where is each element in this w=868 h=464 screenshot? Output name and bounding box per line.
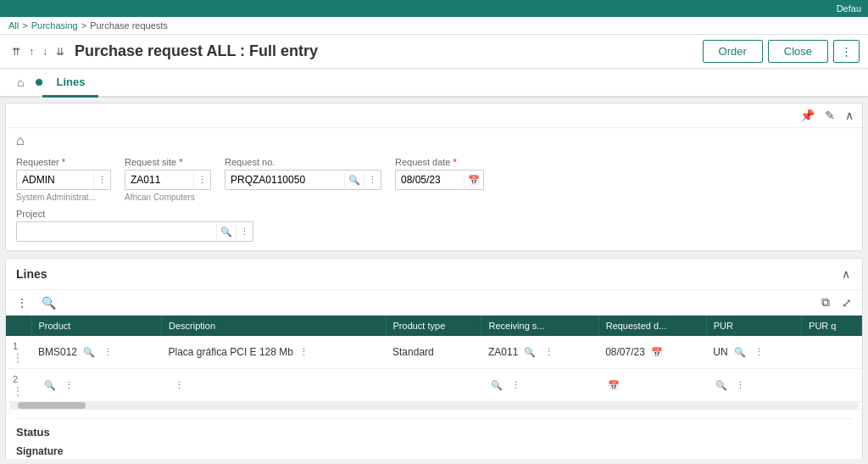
pin-icon[interactable]: 📌 <box>798 107 816 124</box>
project-label: Project <box>16 209 852 219</box>
nav-next-btn[interactable]: ↓ <box>39 44 51 59</box>
breadcrumb-all[interactable]: All <box>8 20 19 31</box>
breadcrumb-sep1: > <box>22 20 27 31</box>
row-1-product-more[interactable]: ⋮ <box>101 346 115 359</box>
row-2-site-search[interactable]: 🔍 <box>488 379 505 392</box>
requester-label: Requester * <box>16 157 111 167</box>
row-2-product-type <box>386 369 481 402</box>
horizontal-scrollbar[interactable] <box>9 402 859 409</box>
card-toolbar: 📌 ✎ ∧ <box>6 103 862 128</box>
row-2-product: 🔍 ⋮ <box>31 369 162 402</box>
request-no-label: Request no. <box>225 157 381 167</box>
breadcrumb-purchasing[interactable]: Purchasing <box>31 20 78 31</box>
row-2-date-cal[interactable]: 📅 <box>605 379 622 392</box>
page-title: Purchase request ALL : Full entry <box>75 42 318 60</box>
row-2-product-more[interactable]: ⋮ <box>62 379 76 392</box>
col-receiving-site: Receiving s... <box>481 316 598 336</box>
request-no-more-btn[interactable]: ⋮ <box>364 172 381 188</box>
more-button[interactable]: ⋮ <box>833 40 860 63</box>
row-1-dots[interactable]: ⋮ <box>13 352 23 364</box>
request-no-input-wrap: 🔍 ⋮ <box>225 170 381 190</box>
form-body: Requester * ⋮ System Administrat... Requ… <box>6 148 862 250</box>
row-1-pur-qty <box>802 336 862 369</box>
page-header: ⇈ ↑ ↓ ⇊ Purchase request ALL : Full entr… <box>0 35 868 69</box>
request-no-field: Request no. 🔍 ⋮ <box>225 157 381 190</box>
tab-bar: ⌂ Lines <box>0 69 868 98</box>
breadcrumb-current: Purchase requests <box>90 20 168 31</box>
lines-toolbar-right: ⧉ ⤢ <box>818 293 855 311</box>
collapse-icon[interactable]: ∧ <box>843 107 855 124</box>
row-1-pur-search[interactable]: 🔍 <box>732 346 748 359</box>
project-input-wrap: 🔍 ⋮ <box>16 221 253 242</box>
close-button[interactable]: Close <box>768 40 828 63</box>
lines-expand-btn[interactable]: ⤢ <box>838 293 855 311</box>
requester-field: Requester * ⋮ System Administrat... <box>16 157 111 202</box>
request-date-calendar-btn[interactable]: 📅 <box>464 172 483 188</box>
request-site-input[interactable] <box>125 171 193 189</box>
row-1-site-search[interactable]: 🔍 <box>521 346 538 359</box>
lines-layers-btn[interactable]: ⧉ <box>818 293 833 311</box>
col-pur: PUR <box>706 316 801 336</box>
row-1-date-cal[interactable]: 📅 <box>648 346 665 359</box>
row-2-receiving-site: 🔍 ⋮ <box>481 369 598 402</box>
row-2-dots[interactable]: ⋮ <box>13 385 23 397</box>
row-1-product-search[interactable]: 🔍 <box>81 346 97 359</box>
edit-icon[interactable]: ✎ <box>823 107 837 124</box>
request-date-label: Request date * <box>395 157 484 167</box>
row-1-product: BMS012 🔍 ⋮ <box>31 336 162 369</box>
row-2-site-more[interactable]: ⋮ <box>509 379 523 392</box>
row-2-pur: 🔍 ⋮ <box>706 369 801 402</box>
row-1-num: 1 ⋮ <box>6 336 31 369</box>
row-2-pur-search[interactable]: 🔍 <box>713 379 730 392</box>
nav-arrows: ⇈ ↑ ↓ ⇊ <box>8 44 68 59</box>
status-title: Status <box>16 418 852 439</box>
project-more-btn[interactable]: ⋮ <box>236 224 253 240</box>
requester-input[interactable] <box>17 171 93 189</box>
col-product: Product <box>31 316 162 336</box>
col-check <box>6 316 31 336</box>
lines-dots-btn[interactable]: ⋮ <box>13 294 31 311</box>
top-bar: Defau <box>0 0 868 17</box>
requester-input-wrap: ⋮ <box>16 170 111 190</box>
row-1-requested-date: 08/07/23 📅 <box>598 336 706 369</box>
lines-collapse-icon[interactable]: ∧ <box>840 266 852 282</box>
row-2-pur-more[interactable]: ⋮ <box>733 379 748 392</box>
order-button[interactable]: Order <box>703 40 763 63</box>
nav-prev-btn[interactable]: ↑ <box>25 44 37 59</box>
form-row-1: Requester * ⋮ System Administrat... Requ… <box>16 157 852 202</box>
scrollbar-thumb <box>18 402 86 409</box>
row-1-pur-more[interactable]: ⋮ <box>752 346 766 359</box>
row-2-desc-more[interactable]: ⋮ <box>172 379 186 392</box>
request-site-subtext: African Computers <box>125 193 211 202</box>
header-buttons: Order Close ⋮ <box>703 40 860 63</box>
nav-first-btn[interactable]: ⇈ <box>8 44 24 59</box>
breadcrumb-sep2: > <box>81 20 86 31</box>
project-field: Project 🔍 ⋮ <box>16 209 852 242</box>
request-no-search-btn[interactable]: 🔍 <box>344 172 364 188</box>
project-input[interactable] <box>17 222 216 241</box>
tab-home-icon[interactable]: ⌂ <box>8 69 32 96</box>
row-1-desc-more[interactable]: ⋮ <box>297 346 311 359</box>
request-no-input[interactable] <box>225 171 344 189</box>
request-site-more-btn[interactable]: ⋮ <box>193 172 210 188</box>
lines-toolbar: ⋮ 🔍 ⧉ ⤢ <box>6 290 862 316</box>
row-1-site-more[interactable]: ⋮ <box>542 346 556 359</box>
request-site-input-wrap: ⋮ <box>125 170 211 190</box>
tab-lines[interactable]: Lines <box>42 69 98 98</box>
project-search-btn[interactable]: 🔍 <box>216 224 236 240</box>
requester-subtext: System Administrat... <box>16 193 111 202</box>
requester-more-btn[interactable]: ⋮ <box>93 172 110 188</box>
signature-row: Signature Closed Ordered Printed <box>16 445 852 459</box>
row-1-pur: UN 🔍 ⋮ <box>706 336 801 369</box>
request-site-label: Request site * <box>125 157 211 167</box>
row-2-product-search[interactable]: 🔍 <box>42 379 58 392</box>
request-date-input[interactable] <box>396 171 464 189</box>
lines-table: Product Description Product type Receivi… <box>6 316 862 410</box>
lines-search-btn[interactable]: 🔍 <box>38 294 59 311</box>
nav-last-btn[interactable]: ⇊ <box>53 44 68 59</box>
lines-card: Lines ∧ ⋮ 🔍 ⧉ ⤢ Product Description Prod… <box>5 258 863 459</box>
col-pur-qty: PUR q <box>802 316 862 336</box>
request-site-field: Request site * ⋮ African Computers <box>125 157 211 202</box>
breadcrumb: All > Purchasing > Purchase requests <box>0 17 868 35</box>
row-2-description: ⋮ <box>162 369 387 402</box>
